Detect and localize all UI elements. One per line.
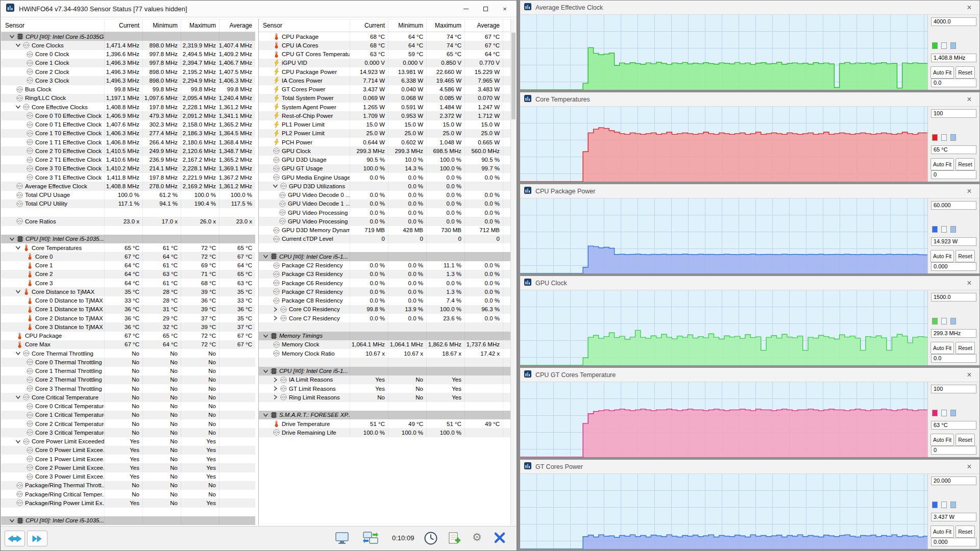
chevron-down-icon[interactable] [15, 42, 21, 48]
sensor-row[interactable]: GPU Video Processing ...0.0 %0.0 %0.0 %0… [259, 217, 511, 226]
sensor-row[interactable]: Core 1 T1 Effective Clock1,406.8 MHz266.… [1, 138, 255, 146]
sensor-row[interactable]: GPU Media Engine Usage0.0 %0.0 %0.0 %0.0… [259, 173, 511, 182]
series-color-swatch[interactable] [932, 134, 938, 141]
series-color-swatch[interactable] [932, 42, 938, 49]
sensor-row[interactable]: Core Clocks1,471.4 MHz898.0 MHz2,319.9 M… [1, 41, 255, 49]
reset-button[interactable]: Reset [955, 250, 974, 262]
sensor-row[interactable]: PCH Power0.644 W0.602 W1.048 W0.665 W [259, 138, 511, 146]
sensor-row[interactable]: Package/Ring Thermal Thrott...NoNoNo [1, 481, 255, 490]
fast-forward-button[interactable] [27, 531, 47, 546]
graph-close-button[interactable]: × [964, 3, 974, 13]
sensor-row[interactable]: Core 3 Distance to TjMAX36 °C32 °C39 °C3… [1, 322, 255, 331]
sensor-row[interactable]: Drive Remaining Life100.0 %100.0 %100.0 … [259, 428, 511, 437]
column-header-maximum[interactable]: Maximum [426, 19, 464, 32]
series-color-swatch[interactable] [932, 226, 938, 233]
graph-close-button[interactable]: × [964, 278, 974, 288]
column-header-minimum[interactable]: Minimum [388, 19, 426, 32]
sensor-row[interactable]: Core 264 °C63 °C71 °C65 °C [1, 270, 255, 279]
sensor-row[interactable]: Core 3 T1 Effective Clock1,411.8 MHz197.… [1, 173, 255, 182]
sensor-row[interactable]: Core 0 T0 Effective Clock1,406.9 MHz479.… [1, 111, 255, 120]
column-header-sensor[interactable]: Sensor [259, 19, 350, 32]
sensor-row[interactable]: Core 2 Clock1,496.3 MHz898.0 MHz2,195.2 … [1, 67, 255, 76]
sensor-row[interactable]: CPU IA Cores68 °C64 °C74 °C67 °C [259, 41, 511, 49]
swap-columns-button[interactable] [5, 531, 25, 546]
sensor-row[interactable]: Package C2 Residency0.0 %0.0 %11.1 %0.0 … [259, 261, 511, 270]
remote-monitoring-button[interactable] [363, 532, 378, 545]
sensor-row[interactable]: Core 3 Critical TemperatureNoNoNo [1, 428, 255, 437]
sensor-row[interactable]: Package C6 Residency0.0 %0.0 %0.0 %0.0 % [259, 279, 511, 287]
sensor-row[interactable]: Core Effective Clocks1,408.8 MHz197.8 MH… [1, 103, 255, 111]
sensor-row[interactable]: GPU Video Decode 0 ...0.0 %0.0 %0.0 %0.0… [259, 191, 511, 199]
auto-fit-button[interactable]: Auto Fit [930, 250, 954, 262]
sensor-group-row[interactable]: Memory Timings [259, 332, 511, 340]
clock-button[interactable] [424, 532, 437, 545]
chevron-right-icon[interactable] [273, 307, 278, 312]
sensor-row[interactable]: GPU D3D Usage90.5 %10.0 %100.0 %90.5 % [259, 156, 511, 164]
sensor-row[interactable]: Ring/LLC Clock1,197.1 MHz1,097.6 MHz2,09… [1, 94, 255, 103]
sensor-row[interactable]: Core 1 Critical TemperatureNoNoNo [1, 411, 255, 419]
grid-color-swatch[interactable] [950, 502, 956, 508]
window-titlebar[interactable]: HWiNFO64 v7.34-4930 Sensor Status [77 va… [1, 1, 517, 17]
chevron-down-icon[interactable] [273, 183, 278, 189]
graph-close-button[interactable]: × [964, 94, 974, 105]
sensor-group-row[interactable]: CPU [#0]: Intel Core i5-1... [259, 252, 511, 261]
sensor-row[interactable]: Core Distance to TjMAX35 °C28 °C39 °C35 … [1, 287, 255, 296]
settings-button[interactable]: ⚙ [472, 532, 482, 542]
graph-titlebar[interactable]: GT Cores Power × [520, 460, 979, 474]
sensor-row[interactable]: Core 1 Thermal ThrottlingNoNoNo [1, 367, 255, 375]
auto-fit-button[interactable]: Auto Fit [930, 66, 954, 79]
auto-fit-button[interactable]: Auto Fit [930, 158, 954, 170]
sensor-row[interactable]: Core 0 Power Limit Excee...YesNoYes [1, 446, 255, 455]
series-color-swatch[interactable] [932, 410, 938, 416]
sensor-row[interactable]: GT Cores Power3.437 W0.040 W4.586 W3.483… [259, 85, 511, 94]
sensor-row[interactable]: Core C0 Residency99.8 %13.9 %100.0 %96.3… [259, 305, 511, 314]
tray-monitor-button[interactable] [335, 532, 349, 545]
reset-button[interactable]: Reset [955, 434, 974, 446]
sensor-row[interactable]: Core Thermal ThrottlingNoNoNo [1, 349, 255, 358]
column-header-maximum[interactable]: Maximum [181, 19, 219, 32]
grid-color-swatch[interactable] [950, 226, 956, 233]
auto-fit-button[interactable]: Auto Fit [930, 342, 954, 354]
sensor-row[interactable]: Core 0 Critical TemperatureNoNoNo [1, 402, 255, 411]
series-color-swatch[interactable] [932, 502, 938, 508]
sensor-row[interactable]: Core 3 T0 Effective Clock1,410.2 MHz214.… [1, 164, 255, 173]
close-sensors-button[interactable] [494, 532, 506, 544]
sensor-row[interactable]: CPU GT Cores Temperature63 °C59 °C65 °C6… [259, 50, 511, 59]
sensor-row[interactable]: Total CPU Utility117.1 %94.1 %190.4 %117… [1, 199, 255, 208]
grid-color-swatch[interactable] [950, 410, 956, 416]
chevron-right-icon[interactable] [273, 315, 278, 321]
graph-titlebar[interactable]: Average Effective Clock × [520, 1, 979, 15]
sensor-row[interactable]: GPU Video Processing ...0.0 %0.0 %0.0 %0… [259, 208, 511, 217]
sensor-row[interactable]: GPU Clock299.3 MHz299.3 MHz698.5 MHz560.… [259, 146, 511, 155]
background-color-swatch[interactable] [941, 42, 947, 49]
sensor-row[interactable]: Core 2 Distance to TjMAX36 °C29 °C37 °C3… [1, 314, 255, 322]
chevron-down-icon[interactable] [15, 394, 21, 400]
sensor-row[interactable]: Drive Temperature51 °C49 °C51 °C49 °C [259, 419, 511, 428]
sensor-row[interactable]: System Agent Power1.265 W0.591 W1.484 W1… [259, 103, 511, 111]
sensor-row[interactable]: CPU Package68 °C64 °C74 °C67 °C [259, 32, 511, 41]
sensor-row[interactable]: Total System Power0.069 W0.068 W0.085 W0… [259, 94, 511, 103]
sensor-row[interactable]: Total CPU Usage100.0 %61.2 %100.0 %100.0… [1, 191, 255, 199]
scrollbar-thumb[interactable] [511, 33, 516, 119]
sensor-row[interactable]: Core 0 Clock1,396.6 MHz997.8 MHz2,494.5 … [1, 50, 255, 59]
sensor-group-row[interactable]: CPU [#0]: Intel Core i5-1... [259, 367, 511, 375]
background-color-swatch[interactable] [941, 410, 947, 416]
chevron-down-icon[interactable] [263, 254, 268, 259]
graph-titlebar[interactable]: Core Temperatures × [520, 92, 979, 107]
sensor-row[interactable]: Core 1 Distance to TjMAX36 °C31 °C39 °C3… [1, 305, 255, 314]
sensor-group-row[interactable]: S.M.A.R.T.: FORESEE XP... [259, 411, 511, 419]
sensor-row[interactable]: Core 2 T0 Effective Clock1,410.5 MHz249.… [1, 146, 255, 155]
sensor-row[interactable]: Core 2 Thermal ThrottlingNoNoNo [1, 375, 255, 384]
close-button[interactable]: × [495, 1, 514, 17]
chevron-down-icon[interactable] [15, 350, 21, 356]
chevron-down-icon[interactable] [15, 245, 21, 251]
sensor-row[interactable]: Core 3 Power Limit Excee...YesNoYes [1, 472, 255, 481]
sensor-row[interactable]: IA Cores Power7.714 W6.338 W19.465 W7.96… [259, 76, 511, 85]
sensor-row[interactable]: Current cTDP Level0000 [259, 235, 511, 243]
grid-color-swatch[interactable] [950, 134, 956, 141]
column-header-average[interactable]: Average [219, 19, 255, 32]
sensor-group-row[interactable]: CPU [#0]: Intel Core i5-1035G1 [1, 32, 255, 41]
background-color-swatch[interactable] [941, 502, 947, 508]
sensor-row[interactable]: PL1 Power Limit15.0 W15.0 W15.0 W15.0 W [259, 120, 511, 129]
maximize-button[interactable] [476, 1, 495, 17]
